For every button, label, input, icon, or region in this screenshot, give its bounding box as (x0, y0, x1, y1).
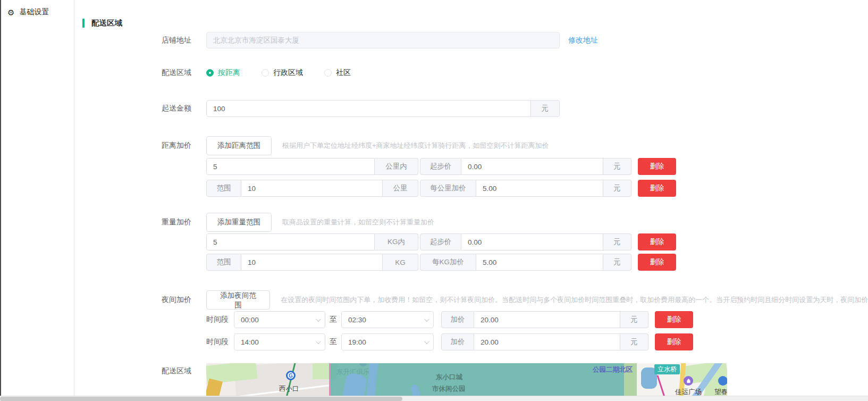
horizontal-scrollbar[interactable] (0, 396, 868, 401)
map-badge-lishuiqiao: 立水桥 (654, 364, 680, 374)
per-km-price-label: 每公里加价 (420, 180, 476, 197)
weight-label: 重量加价 (82, 218, 191, 227)
min-amount-unit: 元 (531, 100, 560, 117)
time-range-label: 时间段 (206, 315, 229, 324)
delete-distance-row-2-button[interactable]: 删除 (638, 180, 676, 197)
weight-range-unit: KG (383, 254, 418, 271)
per-kg-price-input[interactable] (476, 254, 603, 270)
min-amount-row: 起送金额 元 (82, 100, 868, 117)
store-address-row: 店铺地址 修改地址 (82, 32, 868, 48)
map-label-xixiaokou: 西小口 (279, 385, 299, 394)
add-distance-range-button[interactable]: 添加距离范围 (206, 136, 272, 155)
delivery-area-map[interactable]: G 西小口 东升汇俱乐部 东小口城 市休闲公园 公园二期北区 (206, 363, 727, 400)
night-price-label: 加价 (441, 311, 474, 328)
night-from-select-2[interactable]: 14:00 (234, 333, 325, 350)
range-label: 范围 (206, 180, 241, 197)
night-price-input-2[interactable] (474, 334, 620, 350)
night-price-unit: 元 (620, 333, 648, 350)
store-address-label: 店铺地址 (82, 36, 191, 45)
distance-range-input[interactable] (241, 180, 382, 196)
add-night-range-button[interactable]: 添加夜间范围 (206, 290, 270, 310)
section-title: 配送区域 (82, 18, 868, 28)
night-label: 夜间加价 (82, 295, 191, 305)
night-row-1: 时间段 00:00 至 02:30 加价 元 删除 (206, 311, 868, 328)
night-from-select-1[interactable]: 00:00 (234, 311, 325, 328)
app-window: ⚙ 基础设置 配送区域 店铺地址 修改地址 配送区域 按距离 行政区域 (0, 0, 868, 401)
store-address-input[interactable] (206, 32, 560, 48)
distance-base-price-input[interactable] (461, 158, 603, 174)
area-type-label: 配送区域 (82, 68, 191, 78)
radio-icon (262, 69, 269, 77)
map-label-park-line2: 市休闲公园 (432, 385, 466, 394)
sidebar: ⚙ 基础设置 (0, 0, 74, 401)
chevron-down-icon (424, 339, 429, 344)
chevron-down-icon (316, 339, 321, 344)
chevron-down-icon (424, 316, 429, 322)
map-row: 配送区域 G 西小口 东升汇俱乐部 (82, 363, 868, 400)
weight-hint: 取商品设置的重量计算，如留空则不计算重量加价 (282, 218, 434, 227)
edit-address-link[interactable]: 修改地址 (568, 36, 598, 45)
distance-within-unit: 公里内 (375, 158, 418, 175)
weight-range-label: 范围 (206, 254, 241, 271)
weight-price-unit: 元 (603, 233, 631, 250)
night-price-label: 加价 (441, 333, 474, 350)
min-amount-label: 起送金额 (82, 104, 191, 113)
gear-icon: ⚙ (7, 9, 14, 16)
page-title: 配送区域 (91, 18, 122, 28)
main-content: 配送区域 店铺地址 修改地址 配送区域 按距离 行政区域 社区 (74, 0, 868, 401)
mall-icon (684, 376, 693, 386)
distance-row-1: 公里内 起步价 元 删除 (206, 158, 868, 175)
radio-by-distance[interactable]: 按距离 (206, 68, 240, 78)
distance-label: 距离加价 (82, 141, 191, 151)
distance-row-2: 范围 公里 每公里加价 元 删除 (206, 180, 868, 197)
min-amount-input[interactable] (207, 101, 530, 116)
radio-selected-icon (206, 69, 214, 77)
night-price-unit: 元 (620, 311, 648, 328)
sidebar-item-basic-settings[interactable]: ⚙ 基础设置 (1, 0, 74, 17)
night-to-select-2[interactable]: 19:00 (341, 333, 434, 350)
sidebar-item-label: 基础设置 (19, 7, 49, 17)
night-price-input-1[interactable] (474, 312, 620, 328)
radio-icon (324, 69, 332, 77)
base-price-label: 起步价 (420, 158, 461, 175)
delete-weight-row-1-button[interactable]: 删除 (638, 233, 676, 250)
time-range-label: 时间段 (206, 337, 229, 347)
distance-within-input[interactable] (207, 158, 374, 174)
map-label: 配送区域 (82, 363, 191, 376)
delete-weight-row-2-button[interactable]: 删除 (638, 254, 676, 271)
accent-bar (82, 19, 85, 28)
map-label-park-north: 公园二期北区 (593, 365, 633, 374)
poi-icon-wangchun (718, 376, 727, 386)
radio-community[interactable]: 社区 (324, 68, 351, 78)
chevron-down-icon (316, 316, 321, 322)
delete-night-row-2-button[interactable]: 删除 (655, 333, 693, 350)
map-transit-line-pink (329, 363, 331, 400)
night-to-select-1[interactable]: 02:30 (341, 311, 434, 328)
scrollbar-thumb[interactable] (0, 397, 402, 401)
weight-row-2: 范围 KG 每KG加价 元 删除 (206, 254, 868, 271)
per-km-price-unit: 元 (603, 180, 631, 197)
distance-hint: 根据用户下单定位地址经纬度+商家地址经纬度计算骑行距离，如留空则不计算距离加价 (282, 141, 549, 151)
per-kg-price-unit: 元 (603, 254, 631, 271)
weight-range-input[interactable] (241, 254, 382, 270)
weight-within-unit: KG内 (375, 233, 418, 250)
night-row-2: 时间段 14:00 至 19:00 加价 元 删除 (206, 333, 868, 350)
delete-distance-row-1-button[interactable]: 删除 (638, 158, 676, 175)
weight-within-input[interactable] (207, 234, 374, 250)
weight-header-row: 重量加价 添加重量范围 取商品设置的重量计算，如留空则不计算重量加价 (82, 213, 868, 232)
map-label-park-line1: 东小口城 (436, 373, 462, 382)
distance-range-unit: 公里 (383, 180, 418, 197)
per-km-price-input[interactable] (476, 180, 603, 196)
area-type-row: 配送区域 按距离 行政区域 社区 (82, 68, 868, 78)
subway-icon: G (286, 371, 296, 380)
weight-row-1: KG内 起步价 元 删除 (206, 233, 868, 250)
to-label: 至 (330, 315, 337, 324)
distance-price-unit: 元 (603, 158, 631, 175)
delete-night-row-1-button[interactable]: 删除 (655, 311, 693, 328)
distance-header-row: 距离加价 添加距离范围 根据用户下单定位地址经纬度+商家地址经纬度计算骑行距离，… (82, 136, 868, 155)
per-kg-price-label: 每KG加价 (420, 254, 476, 271)
radio-admin-region[interactable]: 行政区域 (262, 68, 303, 78)
weight-base-price-input[interactable] (461, 234, 603, 250)
weight-base-price-label: 起步价 (420, 233, 461, 250)
add-weight-range-button[interactable]: 添加重量范围 (206, 213, 272, 232)
